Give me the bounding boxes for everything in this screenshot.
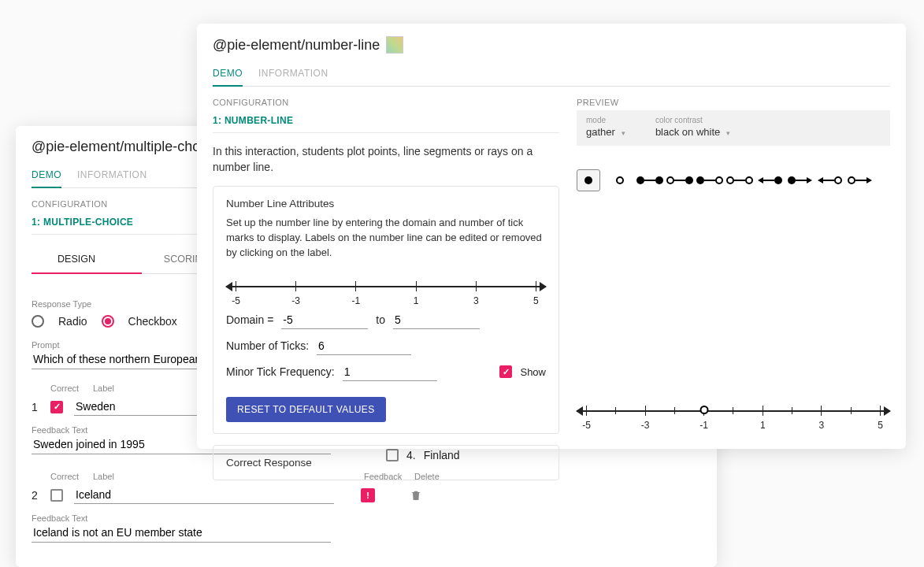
contrast-select[interactable]: black on white▾ [655,126,730,138]
preview-tick: -5 [582,420,591,431]
choice-label-2[interactable] [74,486,334,504]
plotted-open-point[interactable] [699,406,708,414]
back-title: @pie-element/multiple-choice [32,139,218,155]
show-label: Show [520,366,546,378]
preview-label: PREVIEW [577,98,890,107]
response-type-label: Response Type [32,299,177,309]
tick-label[interactable]: -1 [352,295,361,306]
config-number-line: -5 -3 -1 1 3 5 [226,272,546,303]
preview-tick: -1 [699,420,708,431]
feedback-text-label-2: Feedback Text [32,513,701,523]
tick-label[interactable]: -5 [232,295,240,306]
domain-label: Domain = [226,313,273,326]
ticks-label: Number of Ticks: [226,339,309,352]
preview-tick: 5 [878,420,883,431]
subtab-design[interactable]: DESIGN [32,246,142,274]
preview-number-line[interactable]: -5 -3 -1 1 3 5 [577,396,890,428]
header-correct: Correct [50,384,82,393]
correct-checkbox-1[interactable] [50,401,63,413]
header-label: Label [93,384,114,393]
preview-controls: mode gather▾ color contrast black on whi… [577,110,890,146]
tick-label[interactable]: -3 [291,295,300,306]
tool-ray-right-f[interactable] [789,172,810,189]
tick-label[interactable]: 5 [533,295,539,306]
front-tab-demo[interactable]: DEMO [213,61,243,87]
tool-seg-fo[interactable] [699,172,720,189]
tool-ray-left-o[interactable] [819,172,840,189]
radio-label: Radio [58,315,87,328]
element-badge-icon [386,36,403,54]
correct-checkbox-2[interactable] [50,489,63,502]
tab-information[interactable]: INFORMATION [77,163,147,187]
attributes-panel-title: Number Line Attributes [226,198,546,209]
tab-demo[interactable]: DEMO [32,163,61,188]
mode-label: mode [586,116,625,124]
tool-point-open[interactable] [610,172,630,189]
configuration-label-front: CONFIGURATION [213,98,559,107]
domain-to-label: to [376,313,385,326]
front-tabs: DEMO INFORMATION [213,61,890,87]
show-checkbox[interactable] [499,365,512,378]
correct-response-title: Correct Response [226,457,546,469]
tool-ray-right-o[interactable] [849,172,870,189]
correct-response-panel: Correct Response [213,445,559,480]
mode-select[interactable]: gather▾ [586,126,625,138]
description: In this interaction, students plot point… [213,144,559,175]
feedback-button[interactable]: ! [361,488,375,502]
domain-to-input[interactable] [393,311,480,329]
preview-tick: -3 [641,420,650,431]
preview-tick: 1 [760,420,766,431]
tool-seg-oo[interactable] [729,172,750,189]
delete-icon[interactable] [410,488,422,502]
minor-input[interactable] [343,363,437,381]
front-title: @pie-element/number-line [213,37,380,54]
radio-option-checkbox[interactable] [102,315,114,328]
tick-label[interactable]: 1 [414,295,419,306]
front-tab-information[interactable]: INFORMATION [258,61,328,86]
ticks-input[interactable] [317,337,411,355]
chevron-down-icon: ▾ [622,129,625,137]
attributes-panel: Number Line Attributes Set up the number… [213,186,559,434]
minor-label: Minor Tick Frequency: [226,365,335,378]
contrast-label: color contrast [655,116,730,124]
domain-from-input[interactable] [281,311,368,329]
choice-row-2: 2 ! [32,486,701,504]
point-toolbar [577,169,890,191]
choice-num-2: 2 [32,489,39,502]
chevron-down-icon: ▾ [726,129,730,137]
checkbox-label: Checkbox [128,315,177,328]
tool-point-filled[interactable] [577,169,600,191]
tool-ray-left-f[interactable] [759,172,780,189]
tool-seg-ff[interactable] [640,172,660,189]
choice-num-1: 1 [32,401,39,413]
feedback-input-2[interactable] [32,523,331,543]
tick-label[interactable]: 3 [473,295,479,306]
section-number-line: 1: NUMBER-LINE [213,115,559,133]
tool-seg-of[interactable] [670,172,690,189]
reset-button[interactable]: RESET TO DEFAULT VALUES [226,397,386,422]
attributes-panel-help: Set up the number line by entering the d… [226,216,546,261]
preview-tick: 3 [819,420,825,431]
radio-option-radio[interactable] [32,315,44,328]
header-correct-2: Correct [50,472,82,481]
